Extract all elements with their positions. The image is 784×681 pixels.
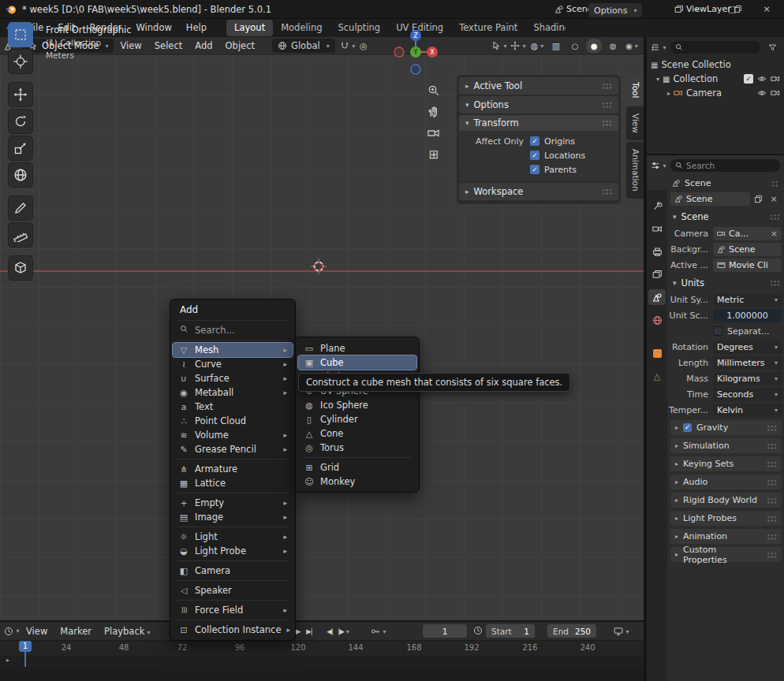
panel-transform-header[interactable]: ▾ Transform: [459, 115, 618, 131]
gravity-checkbox[interactable]: ✓: [683, 423, 692, 432]
add-menu-item-metaball[interactable]: ◉Metaball▸: [173, 385, 293, 400]
tool-rotate[interactable]: [8, 109, 33, 134]
panel-options[interactable]: ▾ Options: [459, 96, 618, 114]
drag-grip-icon[interactable]: [602, 120, 612, 126]
unit-system-dropdown[interactable]: Metric: [713, 293, 782, 307]
clear-icon[interactable]: ×: [771, 229, 778, 239]
snap-toggle-button[interactable]: [340, 39, 356, 53]
tool-measure[interactable]: [8, 222, 33, 247]
add-menu-item-surface[interactable]: ∪Surface▸: [173, 371, 293, 385]
viewport-menu-object[interactable]: Object: [219, 40, 261, 51]
unit-scale-field[interactable]: 1.000000: [713, 309, 782, 322]
outliner-scene-collection-row[interactable]: ▦ Scene Collectio: [647, 58, 784, 72]
add-menu-item-speaker[interactable]: ◁Speaker: [173, 583, 293, 597]
step-forward-button[interactable]: |▶: [337, 625, 349, 638]
add-menu-item-image[interactable]: ▤Image▸: [173, 510, 293, 524]
mesh-item-monkey[interactable]: ☺Monkey: [298, 474, 416, 489]
timeline-menu-view[interactable]: View: [20, 626, 54, 637]
add-menu-item-collection-instance[interactable]: ⊡Collection Instance▸: [173, 623, 293, 637]
camera-view-icon[interactable]: [426, 125, 442, 141]
channel-expand-icon[interactable]: ▸: [6, 657, 9, 664]
workspace-tab-layout[interactable]: Layout: [226, 20, 273, 36]
tab-viewlayer-properties[interactable]: [648, 266, 666, 282]
panel-active-tool[interactable]: ▸ Active Tool: [459, 77, 618, 95]
timeline-channel-area[interactable]: ▸: [0, 656, 644, 667]
xray-toggle[interactable]: ▥: [548, 39, 564, 53]
add-menu-item-volume[interactable]: ≋Volume▸: [173, 428, 293, 442]
copy-viewlayer-icon[interactable]: [734, 5, 742, 13]
mesh-item-ico-sphere[interactable]: ◍Ico Sphere: [298, 398, 416, 412]
outliner-filter-button[interactable]: [764, 40, 780, 54]
time-dropdown[interactable]: Seconds: [713, 388, 782, 401]
navigation-gizmo[interactable]: Z X Y: [392, 28, 439, 77]
drag-grip-icon[interactable]: [602, 102, 612, 108]
pin-icon[interactable]: [771, 180, 778, 187]
camera-field[interactable]: Ca... ×: [713, 227, 782, 240]
timeline-editor-type-button[interactable]: [4, 624, 20, 638]
current-frame-field[interactable]: 1: [423, 624, 467, 638]
tab-animation[interactable]: Animation: [626, 142, 644, 199]
scene-id-selector[interactable]: Scene: [670, 192, 750, 206]
length-dropdown[interactable]: Millimeters: [713, 356, 782, 370]
tool-annotate[interactable]: [8, 195, 33, 221]
mesh-item-torus[interactable]: ◎Torus: [298, 441, 416, 455]
hide-eye-icon[interactable]: [757, 74, 767, 84]
tab-tool[interactable]: Tool: [626, 75, 644, 105]
unlink-scene-button[interactable]: ×: [766, 192, 782, 206]
temperature-dropdown[interactable]: Kelvin: [713, 404, 782, 417]
close-button[interactable]: ×: [749, 0, 784, 19]
mesh-item-cylinder[interactable]: ▯Cylinder: [298, 412, 416, 426]
transform-orientation-dropdown[interactable]: Global: [272, 39, 335, 53]
drag-grip-icon[interactable]: [602, 188, 612, 195]
tab-scene-properties[interactable]: [648, 289, 666, 305]
tab-data-properties[interactable]: △: [648, 368, 666, 384]
tab-output-properties[interactable]: [648, 244, 666, 259]
mesh-item-grid[interactable]: ⊞Grid: [298, 460, 416, 474]
add-menu-item-camera[interactable]: ◧Camera: [173, 564, 293, 578]
add-menu-item-grease-pencil[interactable]: ✎Grease Pencil▸: [173, 442, 293, 456]
workspace-tab-shading[interactable]: Shading: [525, 20, 566, 36]
keying-set-button[interactable]: [371, 624, 386, 638]
section-units-header[interactable]: ▾ Units: [667, 274, 784, 291]
section-audio[interactable]: ▸Audio: [670, 474, 782, 489]
tab-world-properties[interactable]: [648, 312, 666, 328]
active-movieclip-field[interactable]: Movie Cli: [713, 259, 782, 272]
shading-rendered-button[interactable]: ◉: [624, 39, 640, 53]
add-menu-item-light-probe[interactable]: ◒Light Probe▸: [173, 544, 293, 558]
select-visibility-dropdown[interactable]: [491, 39, 507, 53]
properties-editor-type-button[interactable]: [651, 158, 666, 173]
add-menu-search[interactable]: Search...: [173, 323, 293, 337]
menu-window[interactable]: Window: [129, 20, 179, 36]
tool-move[interactable]: [8, 82, 33, 107]
section-light-probes[interactable]: ▸Light Probes: [670, 511, 782, 526]
outliner-collection-row[interactable]: ▾ ▦ Collection ✓: [647, 72, 784, 86]
shading-solid-button[interactable]: ●: [586, 39, 602, 53]
tab-view[interactable]: View: [626, 106, 644, 140]
outliner-editor-type-button[interactable]: [651, 40, 666, 54]
tab-object-properties[interactable]: [648, 345, 666, 361]
shading-wireframe-button[interactable]: ○: [567, 39, 583, 53]
section-gravity[interactable]: ▸✓ Gravity: [670, 420, 782, 435]
mass-dropdown[interactable]: Kilograms: [713, 372, 782, 385]
zoom-icon[interactable]: [426, 83, 442, 99]
tool-add-cube[interactable]: [8, 255, 33, 281]
section-custom-properties[interactable]: ▸Custom Properties: [670, 547, 782, 562]
mesh-item-cube[interactable]: ▣Cube: [298, 355, 416, 370]
mesh-item-plane[interactable]: ▭Plane: [298, 341, 416, 355]
section-rigid-body-world[interactable]: ▸Rigid Body World: [670, 493, 782, 508]
display-mode-button[interactable]: [614, 624, 629, 638]
disable-render-camera-icon[interactable]: [771, 88, 780, 98]
drag-grip-icon[interactable]: [602, 83, 612, 89]
add-menu-item-empty[interactable]: +Empty▸: [173, 496, 293, 510]
hide-eye-icon[interactable]: [757, 88, 767, 98]
viewport-menu-add[interactable]: Add: [189, 40, 218, 51]
timeline-ruler[interactable]: 24 48 72 96 120 144 168 192 216 240: [0, 640, 644, 656]
new-scene-button[interactable]: [750, 192, 766, 206]
separate-units-checkbox[interactable]: ✓: [713, 326, 722, 336]
pan-hand-icon[interactable]: [426, 104, 442, 120]
tool-select-box[interactable]: [8, 22, 33, 47]
expand-icon[interactable]: ▸: [667, 90, 670, 97]
viewport-menu-select[interactable]: Select: [148, 40, 189, 51]
add-menu-item-light[interactable]: ☼Light▸: [173, 530, 293, 544]
overlays-dropdown[interactable]: ◍: [529, 39, 545, 53]
